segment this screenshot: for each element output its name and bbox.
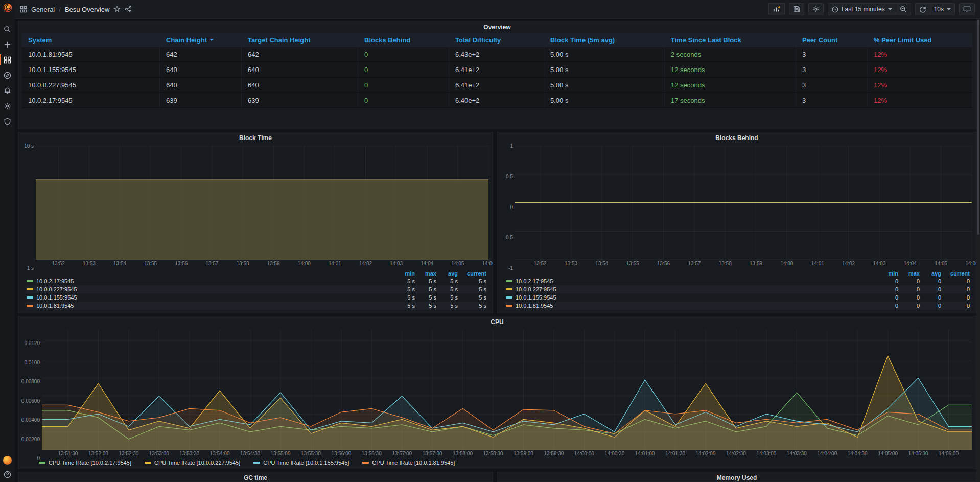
legend-stat-column[interactable]: current bbox=[458, 270, 486, 277]
legend-row: 10.0.2.17:95455 s5 s5 s5 s bbox=[26, 277, 487, 285]
panel-title-cpu[interactable]: CPU bbox=[18, 316, 976, 328]
refresh-interval-dropdown[interactable]: 10s bbox=[930, 3, 955, 15]
time-range-picker[interactable]: Last 15 minutes bbox=[828, 3, 896, 15]
table-cell: 640 bbox=[160, 78, 242, 92]
star-icon[interactable] bbox=[113, 6, 121, 13]
refresh-controls: 10s bbox=[915, 3, 955, 15]
legend-stat-value: 5 s bbox=[415, 286, 436, 292]
column-header[interactable]: Target Chain Height bbox=[242, 33, 358, 47]
breadcrumb-dashboard-title[interactable]: Besu Overview bbox=[65, 6, 109, 13]
sidebar-item-configuration[interactable] bbox=[0, 99, 15, 112]
legend-series-label[interactable]: 10.0.1.81:9545 bbox=[506, 303, 877, 309]
apps-grid-icon bbox=[20, 6, 27, 13]
sidebar-item-alerting[interactable] bbox=[0, 84, 15, 97]
zoom-out-button[interactable] bbox=[896, 3, 911, 15]
x-tick-label: 13:55 bbox=[626, 261, 639, 266]
legend-stat-value: 5 s bbox=[458, 278, 486, 284]
zoom-out-icon bbox=[900, 6, 907, 13]
panel-cpu: CPU 0.01200.01000.008000.006000.004000.0… bbox=[18, 316, 976, 469]
legend-series-label[interactable]: CPU Time IRate [10.0.0.227:9545] bbox=[145, 460, 240, 466]
x-tick-label: 13:55:00 bbox=[271, 451, 291, 456]
series-color-swatch-icon bbox=[506, 296, 512, 299]
legend-row: 10.0.1.81:95450000 bbox=[505, 302, 971, 310]
x-tick-label: 14:06 bbox=[965, 261, 976, 266]
column-header[interactable]: Chain Height bbox=[160, 33, 242, 47]
legend-series-label[interactable]: 10.0.1.155:9545 bbox=[27, 294, 393, 301]
column-header[interactable]: % Peer Limit Used bbox=[868, 33, 972, 47]
sidebar-item-explore[interactable] bbox=[0, 68, 15, 82]
panel-title-memory-used[interactable]: Memory Used bbox=[498, 472, 976, 482]
share-icon[interactable] bbox=[125, 6, 132, 13]
column-header[interactable]: Blocks Behind bbox=[358, 33, 449, 47]
table-header-row: SystemChain HeightTarget Chain HeightBlo… bbox=[22, 33, 972, 47]
scrollbar-thumb[interactable] bbox=[977, 20, 979, 235]
search-icon bbox=[4, 26, 11, 33]
legend-stat-column[interactable]: max bbox=[898, 270, 920, 277]
gear-icon bbox=[4, 102, 11, 110]
x-tick-label: 14:03:00 bbox=[756, 451, 776, 456]
legend-stat-column[interactable]: max bbox=[415, 270, 436, 277]
legend-series-label[interactable]: 10.0.2.17:9545 bbox=[506, 278, 877, 284]
column-header[interactable]: Peer Count bbox=[796, 33, 868, 47]
sidebar-item-search[interactable] bbox=[0, 22, 15, 36]
column-header[interactable]: Total Difficulty bbox=[449, 33, 544, 47]
table-cell: 12 seconds bbox=[665, 62, 796, 77]
dashboards-grid-icon bbox=[4, 56, 11, 64]
breadcrumb-folder[interactable]: General bbox=[31, 6, 55, 13]
monitor-icon bbox=[963, 6, 971, 13]
legend-stat-column[interactable]: current bbox=[941, 270, 970, 277]
cycle-view-mode-button[interactable] bbox=[959, 3, 975, 15]
legend-row: 10.0.0.227:95450000 bbox=[505, 285, 971, 293]
x-tick-label: 13:55 bbox=[144, 261, 157, 266]
time-controls: Last 15 minutes bbox=[828, 3, 911, 15]
sidebar-item-new[interactable] bbox=[0, 38, 15, 51]
legend-series-label[interactable]: 10.0.1.81:9545 bbox=[27, 303, 393, 309]
legend-series-label[interactable]: 10.0.2.17:9545 bbox=[27, 278, 393, 284]
x-tick-label: 14:04 bbox=[904, 261, 917, 266]
y-tick-label: 0.00600 bbox=[21, 398, 40, 403]
x-tick-label: 14:01:30 bbox=[665, 451, 685, 456]
column-header[interactable]: Time Since Last Block bbox=[665, 33, 796, 47]
legend-stat-column[interactable]: min bbox=[393, 270, 415, 277]
grafana-logo[interactable] bbox=[0, 0, 15, 15]
x-axis: 13:5213:5313:5413:5513:5613:5713:5813:59… bbox=[515, 260, 972, 268]
user-avatar[interactable] bbox=[3, 456, 12, 465]
legend-series-label[interactable]: 10.0.0.227:9545 bbox=[506, 286, 877, 292]
x-tick-label: 13:59:00 bbox=[514, 451, 533, 456]
time-range-label: Last 15 minutes bbox=[842, 6, 885, 13]
legend-series-label[interactable]: CPU Time IRate [10.0.2.17:9545] bbox=[39, 460, 131, 466]
legend-stat-value: 5 s bbox=[436, 303, 458, 309]
series-color-swatch-icon bbox=[362, 462, 369, 464]
blocks-behind-chart: 10.50-0.5-113:5213:5313:5413:5513:5613:5… bbox=[498, 144, 976, 268]
shield-icon bbox=[4, 118, 11, 125]
legend-stat-column[interactable]: min bbox=[877, 270, 898, 277]
dashboard-settings-button[interactable] bbox=[808, 3, 824, 15]
panel-title-block-time[interactable]: Block Time bbox=[18, 132, 493, 144]
x-tick-label: 14:02:00 bbox=[696, 451, 716, 456]
column-header[interactable]: System bbox=[22, 33, 160, 47]
legend-series-label[interactable]: CPU Time IRate [10.0.1.155:9545] bbox=[253, 460, 349, 466]
sidebar-item-server-admin[interactable] bbox=[0, 114, 15, 128]
add-panel-button[interactable] bbox=[768, 3, 785, 15]
table-cell: 642 bbox=[160, 47, 242, 61]
x-tick-label: 14:06 bbox=[482, 261, 493, 266]
save-dashboard-button[interactable] bbox=[789, 3, 804, 15]
panel-blocks-behind: Blocks Behind 10.50-0.5-113:5213:5313:54… bbox=[497, 132, 976, 313]
sidebar-item-dashboards[interactable] bbox=[0, 53, 15, 66]
legend-series-label[interactable]: 10.0.0.227:9545 bbox=[27, 286, 393, 292]
legend-series-label[interactable]: 10.0.1.155:9545 bbox=[506, 294, 877, 301]
refresh-button[interactable] bbox=[915, 3, 930, 15]
page-scrollbar[interactable] bbox=[976, 19, 980, 482]
legend-series-label[interactable]: CPU Time IRate [10.0.1.81:9545] bbox=[362, 460, 455, 466]
sidebar-item-help[interactable] bbox=[0, 470, 15, 479]
legend-stat-column[interactable]: avg bbox=[920, 270, 941, 277]
panel-title-gc-time[interactable]: GC time bbox=[18, 472, 493, 482]
legend-stat-column[interactable]: avg bbox=[436, 270, 458, 277]
table-cell: 6.40e+2 bbox=[449, 93, 544, 107]
column-header[interactable]: Block Time (5m avg) bbox=[544, 33, 665, 47]
x-axis: 13:51:3013:52:0013:52:3013:53:0013:53:30… bbox=[42, 450, 972, 458]
panel-title-overview[interactable]: Overview bbox=[18, 21, 976, 33]
panel-title-blocks-behind[interactable]: Blocks Behind bbox=[498, 132, 976, 144]
compass-icon bbox=[4, 72, 11, 79]
legend-stat-value: 0 bbox=[898, 294, 920, 301]
